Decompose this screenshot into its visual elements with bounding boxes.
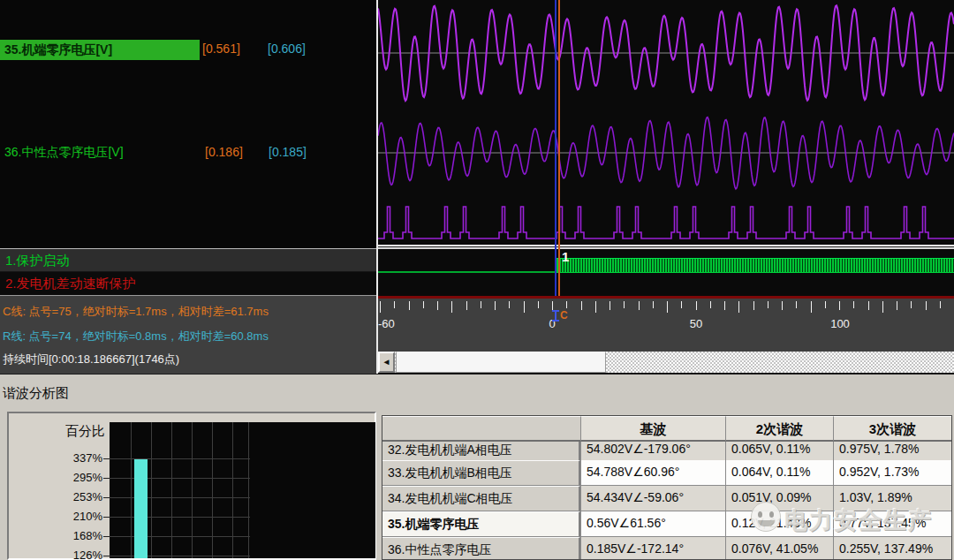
channel-35-r-cursor-value: [0.606]: [268, 42, 306, 56]
ruler-label-100: 100: [830, 317, 850, 330]
ruler-tick: [940, 301, 941, 308]
chart-ytick-dash: [103, 556, 110, 556]
chart-gridline-v: [151, 422, 152, 558]
event-row-diff-trip[interactable]: 2.发电机差动速断保护: [0, 272, 376, 295]
chart-y-axis-label: 百分比: [65, 423, 105, 440]
table-header: 基波 2次谐波 3次谐波: [382, 416, 951, 442]
ruler-tick: [610, 301, 610, 310]
chart-ytick-dash: [103, 536, 110, 537]
channel-36-label[interactable]: 36.中性点零序电压[V]: [4, 145, 124, 161]
row-name[interactable]: 36.中性点零序电压: [382, 537, 580, 560]
ruler-tick: [681, 301, 682, 308]
ruler-tick: [394, 301, 395, 308]
row-name[interactable]: 33.发电机机端B相电压: [382, 460, 580, 486]
time-ruler[interactable]: -60 0 50 100 C: [378, 299, 954, 352]
ruler-tick: [724, 301, 725, 310]
ruler-tick: [624, 301, 625, 308]
ruler-label-50: 50: [690, 317, 702, 330]
table-row-33[interactable]: 33.发电机机端B相电压 54.788V∠60.96° 0.064V, 0.11…: [382, 460, 951, 486]
ruler-tick: [768, 301, 768, 308]
scroll-left-button[interactable]: ◄: [378, 352, 395, 373]
channel-35-c-cursor-value: [0.561]: [202, 42, 240, 56]
digital-low-trace: [378, 271, 556, 273]
ruler-tick: [667, 301, 668, 313]
chart-ytick-label: 337%: [62, 451, 102, 465]
chart-gridline-h: [110, 517, 250, 518]
duration-info: 持续时间[0:00:18.186667](1746点): [3, 352, 179, 367]
ruler-tick: [409, 301, 410, 310]
chart-ytick-label: 210%: [62, 510, 102, 523]
ruler-tick: [566, 301, 567, 308]
fundamental-value: 54.788V∠60.96°: [580, 460, 725, 486]
chart-gridline-h: [110, 458, 250, 459]
event-row-protection-start[interactable]: 1.保护启动: [0, 249, 376, 272]
chart-ytick-dash: [103, 497, 110, 498]
ruler-tick: [639, 301, 640, 310]
ruler-tick: [796, 301, 797, 308]
chart-gridline-h: [110, 556, 250, 556]
ruler-tick: [868, 301, 869, 310]
ruler-tick: [782, 301, 783, 310]
chart-gridline-h: [110, 497, 250, 498]
ruler-tick: [825, 301, 826, 308]
header-harmonic2[interactable]: 2次谐波: [725, 416, 833, 442]
c-cursor-info: C线: 点号=75，绝对时标=1.7ms，相对时差=61.7ms: [3, 304, 269, 320]
chart-gridline-v: [212, 422, 213, 558]
harmonic-section-title: 谐波分析图: [3, 385, 69, 402]
ruler-tick: [882, 301, 883, 313]
chart-ytick-dash: [103, 517, 110, 518]
harmonic2-value: 0.064V, 0.11%: [725, 460, 833, 486]
digital-high-band: [556, 258, 954, 273]
ruler-label-minus60: -60: [378, 317, 395, 330]
waveform-display[interactable]: [378, 0, 954, 295]
scrollbar-thumb[interactable]: [396, 352, 606, 373]
c-cursor-line[interactable]: [558, 0, 560, 299]
channel-36-c-cursor-value: [0.186]: [205, 145, 243, 159]
cursor-info-panel: C线: 点号=75，绝对时标=1.7ms，相对时差=61.7ms R线: 点号=…: [0, 295, 376, 374]
chart-gridline-h: [110, 478, 250, 479]
harmonic-chart-plot: [110, 422, 375, 558]
ruler-tick: [495, 301, 496, 310]
row-name[interactable]: 35.机端零序电压: [382, 511, 580, 537]
header-harmonic3[interactable]: 3次谐波: [833, 416, 951, 442]
channel-35-label-selected[interactable]: 35.机端零序电压[V]: [0, 40, 200, 60]
ruler-tick: [738, 301, 739, 313]
harmonic-bar: [134, 459, 148, 558]
chart-ytick-dash: [103, 478, 110, 479]
fundamental-value: 0.56V∠61.56°: [580, 511, 725, 537]
row-name[interactable]: 34.发电机机端C相电压: [382, 486, 580, 511]
header-fundamental[interactable]: 基波: [580, 416, 725, 442]
ruler-tick: [839, 301, 840, 310]
ruler-tick: [481, 301, 481, 308]
ruler-tick: [696, 301, 697, 310]
digital-high-label: 1: [562, 249, 569, 264]
chart-ytick-label: 126%: [62, 549, 102, 560]
r-cursor-marker[interactable]: [551, 310, 559, 322]
ruler-tick: [753, 301, 754, 310]
ruler-tick: [466, 301, 467, 310]
ruler-tick: [653, 301, 654, 308]
r-cursor-info: R线: 点号=74，绝对时标=0.8ms，相对时差=60.8ms: [3, 329, 269, 344]
watermark: 电力安全生产: [738, 498, 954, 541]
waveform-canvas: [378, 0, 954, 295]
chart-gridline-v: [232, 422, 233, 558]
ruler-tick: [380, 301, 381, 313]
ruler-tick: [853, 301, 854, 308]
ruler-tick: [911, 301, 912, 308]
channel-36-r-cursor-value: [0.185]: [269, 145, 307, 159]
ruler-tick: [451, 301, 452, 313]
watermark-emoji-icon: [751, 502, 781, 532]
r-cursor-line[interactable]: [555, 0, 556, 299]
ruler-tick: [509, 301, 510, 308]
c-cursor-marker[interactable]: C: [560, 309, 568, 322]
ruler-tick: [897, 301, 897, 310]
watermark-text: 电力安全生产: [784, 505, 933, 536]
horizontal-scrollbar[interactable]: ◄: [378, 352, 954, 373]
chart-gridline-v: [171, 422, 172, 558]
ruler-tick: [437, 301, 438, 310]
chart-ytick-label: 253%: [62, 490, 102, 503]
chart-ytick-label: 168%: [62, 529, 102, 542]
chart-ytick-label: 295%: [62, 471, 102, 484]
ruler-tick: [538, 301, 539, 308]
ruler-tick: [552, 301, 553, 310]
